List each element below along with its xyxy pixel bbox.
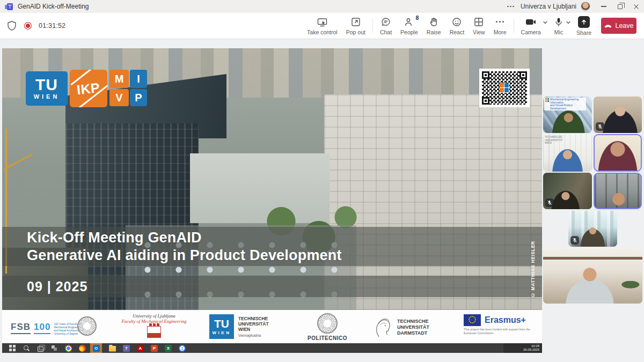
mic-muted-icon — [545, 198, 554, 207]
participant-video-speaking[interactable] — [594, 173, 642, 209]
chrome-icon — [65, 345, 72, 352]
account-name[interactable]: Univerza v Ljubljani — [521, 3, 576, 10]
camera-chevron-icon[interactable] — [543, 20, 548, 25]
politecnico-seal — [317, 313, 338, 334]
slide-title-band: Kick-Off Meeting GenAID Generative AI ai… — [2, 227, 542, 266]
widgets-icon — [51, 345, 58, 352]
acrobat-icon: A — [137, 345, 144, 352]
shield-icon[interactable] — [6, 20, 17, 31]
people-button[interactable]: 8 People — [396, 13, 422, 39]
camera-button[interactable]: Camera — [517, 13, 542, 39]
camera-icon — [525, 17, 537, 27]
participant-overlay-logo: Mechanical Engineering Informatics and V… — [544, 98, 586, 110]
ljubljana-building-icon — [147, 326, 161, 338]
close-button[interactable] — [628, 0, 644, 13]
meeting-timer: 01:31:52 — [39, 22, 65, 29]
tu-wien-footer-logo: TU WIEN TECHNISCHE UNIVERSITÄT WIEN Vien… — [209, 314, 280, 339]
pop-out-icon — [350, 17, 361, 27]
window-titlebar: GenAID Kick-off-Meeting Univerza v Ljubl… — [0, 0, 644, 13]
take-control-icon — [317, 17, 328, 27]
people-count-badge: 8 — [416, 14, 419, 21]
view-icon — [473, 17, 484, 27]
slide-date-band: 09 | 2025 — [2, 276, 542, 297]
people-icon — [404, 17, 414, 27]
participant-video[interactable]: Mechanical Engineering Informatics and V… — [543, 97, 592, 133]
recording-indicator-icon[interactable] — [24, 22, 32, 29]
leave-button[interactable]: Leave — [601, 18, 636, 34]
meeting-toolbar: 01:31:52 Take control Pop out Chat 8 — [0, 13, 644, 39]
outlook-icon: O — [93, 345, 100, 352]
chat-icon — [380, 17, 391, 27]
react-button[interactable]: React — [445, 13, 469, 39]
athena-head-icon — [371, 315, 393, 339]
onepassword-icon: 1 — [179, 345, 186, 352]
chat-button[interactable]: Chat — [376, 13, 396, 39]
participant-video[interactable] — [594, 97, 642, 133]
taskbar-date: 26.09.2025 — [503, 348, 539, 352]
mic-button[interactable]: Mic — [549, 13, 565, 39]
participant-video-large[interactable] — [543, 248, 642, 304]
take-control-button[interactable]: Take control — [303, 13, 342, 39]
task-view-icon — [37, 345, 44, 352]
participant-overlay-text: TECHNISCHE UNIVERSITÄT WIEN — [545, 136, 569, 145]
taskbar-time: 10:28 — [503, 344, 539, 348]
restore-button[interactable] — [612, 0, 628, 13]
mic-muted-icon — [570, 236, 579, 245]
toolbar-divider — [514, 19, 514, 33]
close-icon — [633, 4, 639, 10]
participant-video-speaking[interactable] — [594, 134, 642, 172]
teams-taskbar-icon: T — [123, 345, 130, 352]
more-icon — [496, 17, 504, 27]
raise-hand-icon — [428, 17, 439, 27]
react-icon — [451, 17, 462, 27]
restore-icon — [618, 4, 623, 9]
participant-video[interactable] — [543, 173, 592, 209]
mic-icon — [553, 17, 564, 27]
share-icon — [578, 16, 590, 28]
teams-app-icon — [5, 3, 13, 11]
slide-title-line2: Generative AI aiding in Product Developm… — [27, 247, 542, 264]
mic-muted-icon — [596, 122, 604, 131]
titlebar-more-icon[interactable] — [501, 6, 521, 8]
toolbar-divider — [372, 19, 373, 33]
account-avatar[interactable] — [581, 2, 590, 11]
teams-meeting-window: GenAID Kick-off-Meeting Univerza v Ljubl… — [0, 0, 644, 362]
erasmus-logo: Erasmus+ This project has been funded wi… — [464, 314, 537, 335]
shared-screen: TU WIEN IKP M I V P — [2, 48, 542, 353]
mivp-logo: M I V P — [109, 70, 148, 107]
excel-icon: X — [165, 345, 172, 352]
slide-title-line1: Kick-Off Meeting GenAID — [27, 229, 542, 247]
eu-flag-icon — [464, 314, 481, 326]
photo-credit: © MATTHIAS HEISLER — [530, 228, 538, 298]
qr-code — [479, 69, 530, 107]
file-explorer-icon — [109, 345, 116, 352]
start-icon — [9, 345, 16, 352]
tu-darmstadt-logo: TECHNISCHE UNIVERSITÄT DARMSTADT — [371, 315, 447, 339]
qr-center-logo — [500, 83, 509, 93]
minimize-icon — [601, 6, 606, 6]
fsb-logo: FSB 100 100 Years of Faculty of Mechanic… — [11, 322, 87, 335]
hangup-icon — [604, 23, 612, 28]
powerpoint-icon: P — [151, 345, 158, 352]
participant-video[interactable] — [568, 211, 617, 247]
minimize-button[interactable] — [596, 0, 612, 13]
raise-hand-button[interactable]: Raise — [422, 13, 445, 39]
slide-date: 09 | 2025 — [27, 279, 87, 294]
outlook-active-cell: O — [90, 343, 102, 353]
pop-out-button[interactable]: Pop out — [342, 13, 370, 39]
zagreb-seal-logo — [77, 316, 97, 336]
view-button[interactable]: View — [469, 13, 489, 39]
participant-video[interactable]: TECHNISCHE UNIVERSITÄT WIEN — [543, 134, 592, 172]
window-title: GenAID Kick-off-Meeting — [18, 3, 89, 10]
taskbar-clock: 10:28 26.09.2025 — [503, 343, 542, 353]
mivp-mini-icon — [545, 98, 549, 102]
ikp-logo: IKP — [70, 70, 107, 107]
shared-windows-taskbar: O T A P X 1 10:28 26.09.2025 — [2, 343, 542, 353]
firefox-icon — [79, 345, 86, 352]
university-ljubljana-logo: University of Ljubljana Faculty of Mecha… — [119, 313, 189, 338]
more-button[interactable]: More — [489, 13, 511, 39]
mic-chevron-icon[interactable] — [566, 20, 571, 25]
search-icon — [23, 345, 30, 352]
politecnico-logo: POLITECNICO — [306, 313, 349, 341]
share-button[interactable]: Share — [572, 13, 596, 39]
